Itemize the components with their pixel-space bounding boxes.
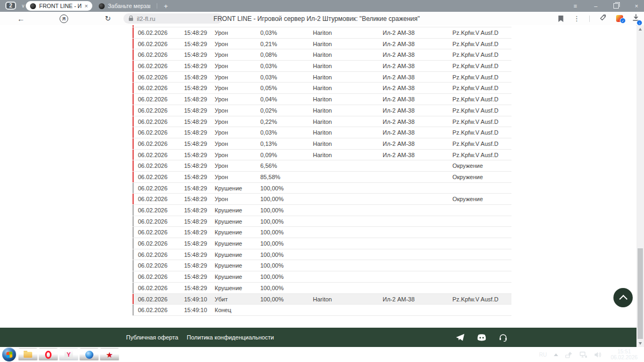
cell-time: 15:48:29 bbox=[184, 260, 215, 271]
address-bar[interactable]: il2-fl.ru bbox=[123, 13, 223, 24]
tag-extension-icon[interactable] bbox=[599, 13, 607, 24]
cell-target bbox=[452, 216, 511, 227]
network-icon[interactable] bbox=[580, 351, 587, 358]
cell-value: 100,00% bbox=[260, 294, 313, 305]
public-offer-link[interactable]: Публичная оферта bbox=[126, 334, 178, 341]
table-row: 06.02.2026 15:48:29 Урон 0,03% Hariton И… bbox=[133, 127, 511, 138]
window-controls: ≡ – × bbox=[571, 0, 641, 12]
cell-target: Pz.Kpfw.V Ausf.D bbox=[452, 105, 511, 116]
scroll-to-top-button[interactable] bbox=[613, 288, 633, 307]
extension-check-badge: ✓ bbox=[620, 18, 626, 24]
taskbar-star-app-button[interactable]: ★ bbox=[100, 348, 119, 361]
cell-date: 06.02.2026 bbox=[133, 94, 184, 105]
refresh-button[interactable]: ↻ bbox=[102, 12, 114, 25]
secure-lock-icon[interactable] bbox=[129, 18, 133, 21]
tab-counter-button[interactable]: 2 bbox=[5, 2, 16, 10]
telegram-icon[interactable] bbox=[456, 333, 465, 342]
scrollbar-thumb[interactable] bbox=[638, 248, 643, 339]
cell-time: 15:48:29 bbox=[184, 49, 215, 60]
downloads-button[interactable]: ↓ bbox=[632, 14, 640, 24]
cell-event: Урон bbox=[215, 94, 260, 105]
new-tab-button[interactable]: + bbox=[161, 1, 171, 11]
cell-date: 06.02.2026 bbox=[133, 116, 184, 127]
blue-sphere-icon bbox=[85, 351, 93, 359]
window-menu-icon[interactable]: ≡ bbox=[571, 2, 580, 10]
cell-date: 06.02.2026 bbox=[133, 216, 184, 227]
cell-player: Hariton bbox=[313, 27, 383, 38]
cell-aircraft: Ил-2 АМ-38 bbox=[383, 94, 452, 105]
taskbar-opera-button[interactable] bbox=[39, 348, 58, 361]
cell-date: 06.02.2026 bbox=[133, 249, 184, 260]
cell-time: 15:48:29 bbox=[184, 83, 215, 93]
row-accent-bar bbox=[133, 183, 134, 194]
cell-aircraft: Ил-2 АМ-38 bbox=[383, 61, 452, 71]
cell-date: 06.02.2026 bbox=[133, 283, 184, 293]
cell-event: Урон bbox=[215, 49, 260, 60]
yandex-home-icon: Я bbox=[60, 14, 68, 23]
close-tab-icon[interactable]: × bbox=[85, 3, 88, 9]
cell-value: 0,03% bbox=[260, 127, 313, 138]
cell-aircraft bbox=[383, 238, 452, 249]
row-accent-bar bbox=[133, 305, 134, 315]
extensions-overflow-icon[interactable]: ⋮ bbox=[573, 14, 580, 23]
taskbar-explorer-button[interactable] bbox=[18, 348, 38, 361]
adblock-extension-icon[interactable]: ✓ bbox=[616, 15, 623, 22]
taskbar-clock[interactable]: 15:51 06.02.2026 bbox=[609, 349, 640, 360]
cell-date: 06.02.2026 bbox=[133, 105, 184, 116]
scrollbar-up-arrow-icon[interactable] bbox=[639, 28, 642, 31]
table-row: 06.02.2026 15:48:29 Крушение 100,00% bbox=[133, 249, 511, 261]
table-row: 06.02.2026 15:48:29 Урон 0,09% Hariton И… bbox=[133, 150, 511, 161]
cell-target: Pz.Kpfw.V Ausf.D bbox=[452, 83, 511, 93]
bookmark-flag-icon[interactable] bbox=[558, 15, 564, 23]
minimize-window-icon[interactable]: – bbox=[591, 2, 600, 10]
cell-event: Урон bbox=[215, 116, 260, 127]
row-accent-bar bbox=[133, 61, 134, 71]
privacy-policy-link[interactable]: Политика конфиденциальности bbox=[187, 334, 274, 341]
cell-value: 100,00% bbox=[260, 271, 313, 282]
cell-value: 0,03% bbox=[260, 72, 313, 83]
support-headset-icon[interactable] bbox=[499, 333, 508, 342]
cell-event: Крушение bbox=[215, 260, 260, 271]
cell-time: 15:49:10 bbox=[184, 305, 215, 315]
yandex-home-button[interactable]: Я bbox=[58, 12, 70, 25]
cell-target bbox=[452, 260, 511, 271]
cell-target bbox=[452, 271, 511, 282]
cell-time: 15:48:29 bbox=[184, 150, 215, 160]
back-button[interactable]: ← bbox=[15, 12, 27, 25]
cell-target bbox=[452, 183, 511, 194]
restore-window-icon[interactable] bbox=[612, 2, 620, 10]
scrollbar-down-arrow-icon[interactable] bbox=[639, 342, 642, 345]
table-row: 06.02.2026 15:48:29 Крушение 100,00% bbox=[133, 283, 511, 294]
volume-icon[interactable] bbox=[594, 351, 602, 358]
taskbar-app-button[interactable] bbox=[79, 348, 99, 361]
cell-event: Урон bbox=[215, 150, 260, 160]
cell-aircraft bbox=[383, 216, 452, 227]
page-scrollbar[interactable] bbox=[636, 25, 644, 347]
chevron-up-icon bbox=[619, 294, 627, 303]
show-hidden-icons-icon[interactable] bbox=[554, 353, 558, 356]
cell-date: 06.02.2026 bbox=[133, 305, 184, 315]
cell-event: Урон bbox=[215, 105, 260, 116]
taskbar: Y ★ RU 15:51 06.02.2026 bbox=[0, 347, 644, 362]
language-indicator[interactable]: RU bbox=[539, 352, 547, 358]
cell-player: Hariton bbox=[313, 83, 383, 93]
close-window-icon[interactable]: × bbox=[632, 2, 641, 10]
row-accent-bar bbox=[133, 249, 134, 260]
tab-front-line[interactable]: FRONT LINE - Игровой × bbox=[26, 1, 92, 11]
start-button[interactable] bbox=[2, 348, 16, 361]
cell-target: Окружение bbox=[452, 172, 511, 182]
tab-zabante-merzavca[interactable]: Забаньте мерзавца! - Стр bbox=[94, 1, 155, 11]
cell-target bbox=[452, 283, 511, 293]
cell-date: 06.02.2026 bbox=[133, 49, 184, 60]
cell-time: 15:49:10 bbox=[184, 294, 215, 305]
table-row: 06.02.2026 15:48:29 Урон 85,58% Окружени… bbox=[133, 172, 511, 183]
cell-player: Hariton bbox=[313, 150, 383, 160]
cell-date: 06.02.2026 bbox=[133, 238, 184, 249]
input-device-icon[interactable] bbox=[565, 351, 573, 358]
cell-player bbox=[313, 260, 383, 271]
discord-icon[interactable] bbox=[477, 334, 487, 342]
cell-player bbox=[313, 305, 383, 315]
taskbar-yandex-browser-button[interactable]: Y bbox=[59, 348, 78, 361]
cell-player bbox=[313, 238, 383, 249]
cell-time: 15:48:29 bbox=[184, 94, 215, 105]
